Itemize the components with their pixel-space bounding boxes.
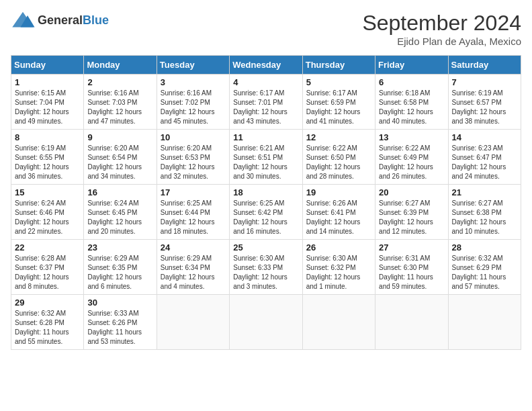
day-number: 11 (233, 132, 298, 142)
day-cell: 27Sunrise: 6:31 AMSunset: 6:30 PMDayligh… (375, 240, 448, 295)
header: GeneralBlue September 2024 Ejido Plan de… (11, 11, 521, 47)
day-info: Sunrise: 6:25 AMSunset: 6:42 PMDaylight:… (233, 199, 298, 236)
day-cell: 24Sunrise: 6:29 AMSunset: 6:34 PMDayligh… (157, 240, 229, 295)
logo-blue-text: Blue (83, 13, 109, 27)
day-number: 30 (87, 298, 152, 308)
day-info: Sunrise: 6:21 AMSunset: 6:51 PMDaylight:… (233, 144, 298, 181)
day-cell: 1Sunrise: 6:15 AMSunset: 7:04 PMDaylight… (11, 75, 84, 130)
day-cell: 16Sunrise: 6:24 AMSunset: 6:45 PMDayligh… (84, 185, 157, 240)
day-info: Sunrise: 6:28 AMSunset: 6:37 PMDaylight:… (15, 254, 80, 291)
day-info: Sunrise: 6:30 AMSunset: 6:32 PMDaylight:… (306, 254, 371, 291)
day-number: 21 (452, 187, 517, 197)
day-info: Sunrise: 6:24 AMSunset: 6:45 PMDaylight:… (87, 199, 152, 236)
day-info: Sunrise: 6:27 AMSunset: 6:38 PMDaylight:… (452, 199, 517, 236)
day-number: 24 (161, 242, 226, 253)
day-cell: 4Sunrise: 6:17 AMSunset: 7:01 PMDaylight… (230, 75, 302, 130)
weekday-header-monday: Monday (84, 56, 157, 75)
day-info: Sunrise: 6:16 AMSunset: 7:03 PMDaylight:… (87, 89, 152, 126)
day-cell: 7Sunrise: 6:19 AMSunset: 6:57 PMDaylight… (448, 75, 521, 130)
day-cell: 29Sunrise: 6:32 AMSunset: 6:28 PMDayligh… (11, 295, 84, 350)
day-cell: 19Sunrise: 6:26 AMSunset: 6:41 PMDayligh… (302, 185, 375, 240)
day-cell: 25Sunrise: 6:30 AMSunset: 6:33 PMDayligh… (230, 240, 302, 295)
day-number: 6 (379, 77, 444, 87)
logo-wordmark: GeneralBlue (38, 13, 109, 28)
weekday-header-tuesday: Tuesday (157, 56, 229, 75)
weekday-header-sunday: Sunday (11, 56, 84, 75)
day-cell (448, 295, 521, 350)
day-cell: 15Sunrise: 6:24 AMSunset: 6:46 PMDayligh… (11, 185, 84, 240)
day-info: Sunrise: 6:33 AMSunset: 6:26 PMDaylight:… (87, 309, 152, 347)
day-cell: 23Sunrise: 6:29 AMSunset: 6:35 PMDayligh… (84, 240, 157, 295)
day-cell: 10Sunrise: 6:20 AMSunset: 6:53 PMDayligh… (157, 130, 229, 185)
day-cell: 26Sunrise: 6:30 AMSunset: 6:32 PMDayligh… (302, 240, 375, 295)
day-info: Sunrise: 6:27 AMSunset: 6:39 PMDaylight:… (379, 199, 444, 236)
week-row-1: 1Sunrise: 6:15 AMSunset: 7:04 PMDaylight… (11, 75, 521, 130)
day-number: 12 (306, 132, 371, 142)
day-number: 13 (379, 132, 444, 142)
day-cell: 13Sunrise: 6:22 AMSunset: 6:49 PMDayligh… (375, 130, 448, 185)
day-info: Sunrise: 6:32 AMSunset: 6:29 PMDaylight:… (452, 254, 517, 291)
day-number: 19 (306, 187, 371, 197)
logo: GeneralBlue (11, 11, 109, 30)
week-row-2: 8Sunrise: 6:19 AMSunset: 6:55 PMDaylight… (11, 130, 521, 185)
day-number: 15 (15, 187, 80, 197)
day-cell: 2Sunrise: 6:16 AMSunset: 7:03 PMDaylight… (84, 75, 157, 130)
day-number: 9 (87, 132, 152, 142)
day-cell: 8Sunrise: 6:19 AMSunset: 6:55 PMDaylight… (11, 130, 84, 185)
day-number: 27 (379, 242, 444, 253)
day-info: Sunrise: 6:29 AMSunset: 6:34 PMDaylight:… (161, 254, 226, 291)
day-cell: 11Sunrise: 6:21 AMSunset: 6:51 PMDayligh… (230, 130, 302, 185)
day-number: 7 (452, 77, 517, 87)
day-cell: 12Sunrise: 6:22 AMSunset: 6:50 PMDayligh… (302, 130, 375, 185)
day-info: Sunrise: 6:19 AMSunset: 6:55 PMDaylight:… (15, 144, 80, 181)
day-cell (302, 295, 375, 350)
day-number: 10 (161, 132, 226, 142)
calendar-table: SundayMondayTuesdayWednesdayThursdayFrid… (11, 55, 521, 350)
day-cell: 21Sunrise: 6:27 AMSunset: 6:38 PMDayligh… (448, 185, 521, 240)
day-info: Sunrise: 6:18 AMSunset: 6:58 PMDaylight:… (379, 89, 444, 126)
day-info: Sunrise: 6:20 AMSunset: 6:54 PMDaylight:… (87, 144, 152, 181)
day-cell: 14Sunrise: 6:23 AMSunset: 6:47 PMDayligh… (448, 130, 521, 185)
day-info: Sunrise: 6:30 AMSunset: 6:33 PMDaylight:… (233, 254, 298, 291)
day-cell: 18Sunrise: 6:25 AMSunset: 6:42 PMDayligh… (230, 185, 302, 240)
day-cell: 22Sunrise: 6:28 AMSunset: 6:37 PMDayligh… (11, 240, 84, 295)
day-cell: 5Sunrise: 6:17 AMSunset: 6:59 PMDaylight… (302, 75, 375, 130)
day-number: 8 (15, 132, 80, 142)
day-info: Sunrise: 6:31 AMSunset: 6:30 PMDaylight:… (379, 254, 444, 291)
weekday-header-wednesday: Wednesday (230, 56, 302, 75)
weekday-header-friday: Friday (375, 56, 448, 75)
day-cell: 3Sunrise: 6:16 AMSunset: 7:02 PMDaylight… (157, 75, 229, 130)
day-info: Sunrise: 6:17 AMSunset: 7:01 PMDaylight:… (233, 89, 298, 126)
day-number: 22 (15, 242, 80, 253)
day-info: Sunrise: 6:20 AMSunset: 6:53 PMDaylight:… (161, 144, 226, 181)
day-info: Sunrise: 6:22 AMSunset: 6:49 PMDaylight:… (379, 144, 444, 181)
day-number: 23 (87, 242, 152, 253)
logo-general-text: General (38, 13, 83, 27)
day-info: Sunrise: 6:26 AMSunset: 6:41 PMDaylight:… (306, 199, 371, 236)
day-cell: 9Sunrise: 6:20 AMSunset: 6:54 PMDaylight… (84, 130, 157, 185)
weekday-header-row: SundayMondayTuesdayWednesdayThursdayFrid… (11, 56, 521, 75)
day-number: 5 (306, 77, 371, 87)
day-number: 1 (15, 77, 80, 87)
day-number: 14 (452, 132, 517, 142)
day-number: 16 (87, 187, 152, 197)
day-cell: 28Sunrise: 6:32 AMSunset: 6:29 PMDayligh… (448, 240, 521, 295)
day-number: 17 (161, 187, 226, 197)
day-cell: 6Sunrise: 6:18 AMSunset: 6:58 PMDaylight… (375, 75, 448, 130)
day-number: 18 (233, 187, 298, 197)
day-cell (157, 295, 229, 350)
day-info: Sunrise: 6:23 AMSunset: 6:47 PMDaylight:… (452, 144, 517, 181)
day-cell (230, 295, 302, 350)
weekday-header-saturday: Saturday (448, 56, 521, 75)
title-area: September 2024 Ejido Plan de Ayala, Mexi… (362, 11, 521, 47)
day-info: Sunrise: 6:16 AMSunset: 7:02 PMDaylight:… (161, 89, 226, 126)
day-info: Sunrise: 6:15 AMSunset: 7:04 PMDaylight:… (15, 89, 80, 126)
day-cell: 30Sunrise: 6:33 AMSunset: 6:26 PMDayligh… (84, 295, 157, 350)
calendar-title: September 2024 (362, 11, 521, 36)
day-number: 25 (233, 242, 298, 253)
weekday-header-thursday: Thursday (302, 56, 375, 75)
day-number: 29 (15, 298, 80, 308)
day-info: Sunrise: 6:19 AMSunset: 6:57 PMDaylight:… (452, 89, 517, 126)
day-info: Sunrise: 6:17 AMSunset: 6:59 PMDaylight:… (306, 89, 371, 126)
day-number: 26 (306, 242, 371, 253)
